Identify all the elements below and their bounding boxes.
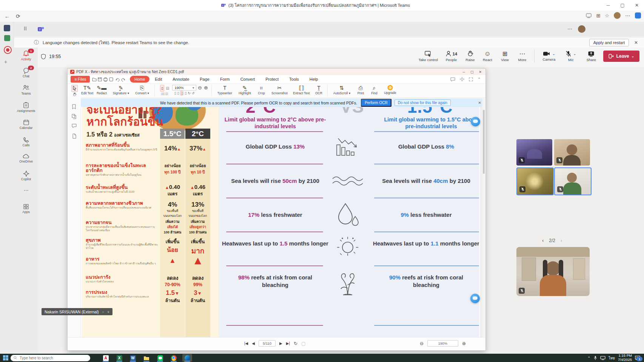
react-button[interactable]: ☺ React bbox=[479, 51, 496, 62]
tab[interactable]: T (3) โครงการการบูรณาการความร่วมมือเพื่อ… bbox=[221, 0, 410, 11]
menu-edit[interactable]: Edit bbox=[149, 77, 167, 81]
gallery-next-icon[interactable]: › bbox=[561, 238, 562, 243]
select-tool[interactable] bbox=[68, 84, 81, 97]
taskbar-search-input[interactable] bbox=[19, 356, 87, 360]
notification-center[interactable]: 1 bbox=[635, 356, 640, 360]
crop-tool[interactable]: ⌗Crop bbox=[254, 84, 268, 95]
teams-profile-avatar[interactable] bbox=[578, 25, 585, 33]
ocr-tool[interactable]: T̤OCR bbox=[312, 84, 325, 95]
perform-ocr-button[interactable]: Perform OCR bbox=[361, 99, 391, 107]
edit-text-tool[interactable]: T✎Edit Text bbox=[81, 84, 93, 95]
video-tile-large[interactable] bbox=[516, 247, 590, 296]
sidebar-item-calendar[interactable]: Calendar bbox=[17, 119, 35, 130]
pinned-app2-icon[interactable] bbox=[4, 35, 10, 41]
take-control-button[interactable]: Take control bbox=[416, 51, 441, 62]
first-page-button[interactable]: |◀ bbox=[244, 341, 248, 345]
menu-help[interactable]: Help bbox=[304, 77, 324, 81]
next-page-button[interactable]: ▶ bbox=[279, 341, 282, 345]
files-menu-button[interactable]: ≡ Files bbox=[71, 76, 90, 83]
more-button[interactable]: ⋯ More bbox=[514, 51, 530, 62]
pdfx-minimize-button[interactable]: ─ bbox=[463, 70, 465, 74]
ocr-dismiss-button[interactable]: Do not show for this file again bbox=[394, 100, 451, 106]
menu-convert[interactable]: Convert bbox=[235, 77, 260, 81]
banner-close-icon[interactable]: ✕ bbox=[634, 40, 638, 45]
redact-tool[interactable]: ✎▬Redact bbox=[93, 84, 110, 95]
tray-clock[interactable]: 1:15 PM 7/4/2025 bbox=[618, 354, 632, 362]
gallery-prev-icon[interactable]: ‹ bbox=[542, 238, 544, 243]
teams-more-icon[interactable]: ⋯ bbox=[567, 26, 572, 32]
sidebar-item-chat[interactable]: Chat 2 bbox=[17, 67, 35, 78]
taskbar-acrobat-icon[interactable]: A bbox=[101, 354, 111, 362]
tray-chevron-up-icon[interactable]: ⌃ bbox=[587, 356, 590, 360]
back-button[interactable]: ← bbox=[5, 13, 10, 19]
view-button[interactable]: ⊞ View bbox=[496, 51, 513, 62]
browser-close-button[interactable]: ✕ bbox=[630, 0, 644, 11]
pinned-app-icon[interactable] bbox=[4, 25, 10, 31]
menu-protect[interactable]: Protect bbox=[260, 77, 284, 81]
taskbar-explorer-icon[interactable] bbox=[142, 354, 151, 362]
menu-tools[interactable]: Tools bbox=[284, 77, 304, 81]
sidebar-item-assignments[interactable]: Assignments bbox=[17, 102, 35, 113]
video-tile-3[interactable] bbox=[516, 167, 554, 195]
browser-profile-avatar[interactable] bbox=[614, 12, 621, 19]
taskbar-edge-icon[interactable] bbox=[182, 354, 192, 362]
browser-settings-icon[interactable]: ⋯ bbox=[625, 12, 630, 18]
people-button[interactable]: 14 People bbox=[441, 51, 461, 62]
pdf-scrollbar-thumb[interactable] bbox=[483, 110, 485, 174]
edge-sidebar-icon[interactable] bbox=[635, 12, 641, 18]
apps-grid-icon[interactable]: ⊞ bbox=[596, 13, 600, 18]
screenshot-tool[interactable]: ✂Screenshot bbox=[268, 84, 290, 95]
print-tool[interactable]: ⎙Print bbox=[353, 84, 368, 95]
camera-chevron-icon[interactable]: ⌄ bbox=[552, 52, 555, 56]
attachment-icon[interactable] bbox=[72, 133, 76, 139]
sidebar-item-activity[interactable]: Activity 1 bbox=[17, 50, 35, 61]
menu-annotate[interactable]: Annotate bbox=[167, 77, 194, 81]
statusbar-zoom-out-icon[interactable]: ⊖ bbox=[420, 341, 424, 346]
page-indicator[interactable]: 5/110 bbox=[259, 340, 276, 347]
favorites-star-icon[interactable]: ☆ bbox=[605, 13, 609, 18]
sidebar-item-calls[interactable]: Calls bbox=[17, 137, 35, 147]
theme-icon[interactable] bbox=[460, 77, 464, 81]
browser-minimize-button[interactable]: ─ bbox=[601, 0, 615, 11]
tray-display-icon[interactable] bbox=[600, 356, 605, 360]
assistant-bubble2-icon[interactable] bbox=[470, 294, 480, 303]
sidebar-item-onedrive[interactable]: OneDrive bbox=[17, 154, 35, 163]
browser-maximize-button[interactable]: ▢ bbox=[615, 0, 630, 11]
statusbar-zoom-value[interactable]: 190% bbox=[427, 340, 458, 347]
signature-tool[interactable]: ✎ٍSignature ▾ bbox=[110, 84, 132, 95]
highlight-tool[interactable]: ✎̲Highlight bbox=[235, 84, 254, 95]
video-tile-2[interactable] bbox=[554, 139, 590, 166]
share-button[interactable]: Share bbox=[582, 51, 600, 62]
sidebar-item-more[interactable]: ⋯ bbox=[17, 189, 35, 192]
mic-chevron-icon[interactable]: ⌄ bbox=[573, 52, 576, 56]
tray-language[interactable]: ไทย bbox=[609, 355, 615, 361]
mic-button[interactable]: ⌄ Mic bbox=[560, 51, 581, 62]
ocr-close-icon[interactable]: ✕ bbox=[478, 101, 481, 105]
pdfx-close-button[interactable]: ✕ bbox=[479, 70, 482, 74]
page-view-tools[interactable]: ▯▤ ▯▯◫ bbox=[157, 84, 172, 95]
thumbnails-icon[interactable] bbox=[72, 114, 76, 119]
collapse-ribbon-icon[interactable]: ⌃ bbox=[478, 77, 481, 82]
nametag-minus-icon[interactable]: − bbox=[102, 310, 104, 314]
comments-icon[interactable] bbox=[72, 124, 77, 128]
taskbar-line-icon[interactable] bbox=[155, 354, 165, 362]
statusbar-zoom-in-icon[interactable]: ⊕ bbox=[462, 341, 466, 346]
windows-start-icon[interactable] bbox=[3, 355, 8, 360]
fullscreen-icon[interactable] bbox=[469, 77, 473, 81]
upgrade-button[interactable]: Upgrade bbox=[381, 84, 399, 95]
zoom-control[interactable]: 190%▾ ▯▯▯▯↻↺ bbox=[172, 84, 196, 95]
apply-restart-button[interactable]: Apply and restart bbox=[589, 39, 629, 46]
taskbar-word-icon[interactable]: W bbox=[128, 354, 138, 362]
assistant-bubble-icon[interactable] bbox=[471, 117, 480, 126]
prev-view-button[interactable]: ↻ bbox=[294, 341, 297, 346]
browser-tools-icon[interactable] bbox=[586, 13, 592, 18]
taskbar-search[interactable] bbox=[11, 355, 90, 361]
camera-button[interactable]: ⌄ Camera bbox=[538, 51, 559, 61]
typewriter-tool[interactable]: TTypewriter bbox=[214, 84, 235, 95]
menu-page[interactable]: Page bbox=[194, 77, 215, 81]
add-pin-icon[interactable]: + bbox=[4, 59, 7, 65]
next-view-button[interactable]: ▢ bbox=[301, 341, 305, 346]
record-indicator-icon[interactable] bbox=[4, 46, 12, 54]
leave-chevron-icon[interactable]: ⌄ bbox=[631, 54, 634, 58]
quick-access-icons[interactable] bbox=[92, 77, 126, 82]
